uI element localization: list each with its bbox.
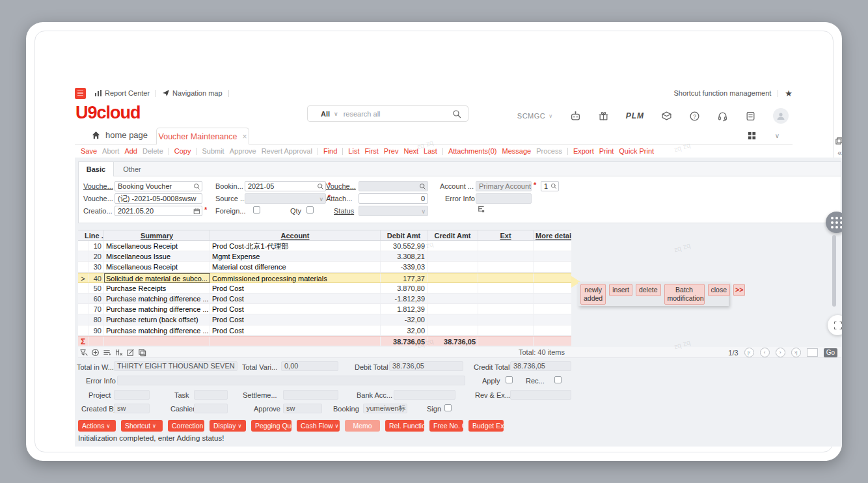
- search-icon[interactable]: [193, 183, 200, 190]
- search-scope-dropdown[interactable]: All: [321, 110, 330, 118]
- robot-assistant-icon[interactable]: [570, 111, 581, 122]
- correction-button[interactable]: Correction: [168, 420, 204, 432]
- navigation-map-link[interactable]: Navigation map: [162, 89, 222, 97]
- global-search-bar[interactable]: All ∨ research all: [307, 105, 468, 122]
- first-button[interactable]: First: [364, 147, 378, 155]
- grid-row-50[interactable]: 50 Purchase Receipts Prod Cost 3.870,80: [78, 283, 571, 294]
- chevron-down-icon[interactable]: ∨: [775, 132, 780, 139]
- actions-button[interactable]: Actions∨: [78, 420, 116, 432]
- display-button[interactable]: Display∨: [210, 420, 246, 432]
- free-no-query-button[interactable]: Free No. Qu: [429, 420, 463, 432]
- rel-function-button[interactable]: Rel. Function: [385, 420, 424, 432]
- add-row-icon[interactable]: [91, 348, 100, 357]
- attachments-button[interactable]: Attachments(0): [448, 147, 497, 155]
- foreign-currency-checkbox[interactable]: [253, 206, 260, 214]
- grid-row-80[interactable]: 80 Purchase return (back offset) Prod Co…: [78, 314, 571, 325]
- account-number-field[interactable]: 1: [541, 181, 559, 191]
- next-button[interactable]: Next: [403, 147, 418, 155]
- go-button[interactable]: Go: [824, 348, 837, 357]
- creation-date-field[interactable]: 2021.05.20: [115, 206, 202, 216]
- delete-row-button[interactable]: delete: [636, 284, 661, 296]
- first-page-button[interactable]: |‹: [744, 348, 754, 357]
- attach-field[interactable]: 0: [359, 193, 428, 204]
- submit-button[interactable]: Submit: [202, 147, 224, 155]
- grid-row-20[interactable]: 20 Miscellaneous Issue Mgmt Expense 3.30…: [78, 251, 571, 262]
- workspace-selector[interactable]: SCMGC ∨: [517, 112, 553, 120]
- more-actions-button[interactable]: >>: [733, 284, 745, 296]
- tab-voucher-maintenance[interactable]: Voucher Maintenance ×: [156, 128, 249, 145]
- col-header-account[interactable]: Account: [210, 230, 381, 240]
- grid-row-90[interactable]: 90 Purchase matching difference ... Prod…: [78, 325, 571, 336]
- qty-checkbox[interactable]: [306, 206, 314, 214]
- collapse-panel-icon[interactable]: «: [837, 148, 842, 158]
- cash-flow-button[interactable]: Cash Flow∨: [297, 420, 340, 432]
- search-icon[interactable]: [550, 183, 557, 189]
- status-label[interactable]: Status: [334, 207, 354, 215]
- gift-box-icon[interactable]: [598, 111, 609, 122]
- focused-summary-cell[interactable]: Solicitud de material de subco...: [104, 273, 210, 283]
- grid-layout-icon[interactable]: [747, 131, 757, 141]
- col-header-ext[interactable]: Ext: [478, 230, 534, 240]
- prev-page-button[interactable]: ‹: [760, 348, 770, 357]
- tab-basic[interactable]: Basic: [79, 162, 114, 176]
- insert-button[interactable]: insert: [609, 284, 632, 296]
- save-button[interactable]: Save: [81, 147, 97, 155]
- close-tab-icon[interactable]: ×: [242, 132, 247, 141]
- fullscreen-scan-button[interactable]: [828, 315, 842, 335]
- booking-period-field[interactable]: 2021-05: [245, 181, 326, 191]
- search-icon[interactable]: [317, 183, 324, 190]
- col-header-debit[interactable]: Debit Amt: [381, 230, 427, 240]
- grid-row-30[interactable]: 30 Miscellaneous Receipt Material cost d…: [78, 262, 571, 272]
- search-input[interactable]: research all: [344, 110, 381, 118]
- print-button[interactable]: Print: [599, 147, 614, 155]
- search-icon[interactable]: [452, 109, 461, 118]
- filter-icon[interactable]: [79, 348, 88, 357]
- list-button[interactable]: List: [348, 147, 359, 155]
- calendar-icon[interactable]: [193, 208, 200, 215]
- add-button[interactable]: Add: [124, 147, 137, 155]
- box-3d-icon[interactable]: [661, 111, 672, 122]
- message-button[interactable]: Message: [502, 147, 532, 155]
- pegging-query-button[interactable]: Pegging Query: [251, 420, 292, 432]
- col-header-summary[interactable]: Summary: [104, 230, 210, 240]
- restore-panel-icon[interactable]: [835, 137, 842, 145]
- grid-row-10[interactable]: 10 Miscellaneous Receipt Prod Cost-北京1-代…: [78, 241, 571, 251]
- delete-button[interactable]: Delete: [142, 147, 163, 155]
- rec-checkbox[interactable]: [554, 376, 562, 383]
- shortcut-function-management-link[interactable]: Shortcut function management: [674, 89, 772, 97]
- budget-exec-button[interactable]: Budget Exec: [468, 420, 504, 432]
- voucher-type-field[interactable]: Booking Voucher: [115, 181, 202, 191]
- plm-logo[interactable]: PLM: [626, 111, 644, 120]
- close-popup-button[interactable]: close: [708, 284, 731, 296]
- vertical-scrollbar[interactable]: [832, 235, 836, 307]
- last-page-button[interactable]: ›|: [791, 348, 801, 357]
- tab-other[interactable]: Other: [114, 162, 150, 176]
- favorite-star-icon[interactable]: ★: [785, 89, 793, 98]
- edit-icon[interactable]: [126, 348, 135, 357]
- voucher-ref-label[interactable]: Vouche...: [326, 182, 356, 190]
- tab-home-page[interactable]: home page: [91, 130, 148, 140]
- newly-added-button[interactable]: newly added: [580, 284, 606, 305]
- headset-icon[interactable]: [717, 111, 728, 122]
- user-avatar[interactable]: [773, 108, 789, 124]
- help-icon[interactable]: ?: [689, 111, 700, 122]
- voucher-type-label[interactable]: Vouche...: [83, 182, 113, 190]
- col-header-credit[interactable]: Credit Amt: [427, 230, 478, 240]
- grid-row-70[interactable]: 70 Purchase matching difference ... Prod…: [78, 304, 571, 314]
- export-button[interactable]: Export: [573, 147, 594, 155]
- approve-button[interactable]: Approve: [230, 147, 256, 155]
- col-header-line[interactable]: Line ...: [78, 230, 104, 240]
- grid-row-60[interactable]: 60 Purchase matching difference ... Prod…: [78, 294, 571, 304]
- voucher-no-field[interactable]: (记) -2021-05-0008swsw: [115, 193, 202, 204]
- abort-button[interactable]: Abort: [102, 147, 119, 155]
- tree-view-icon[interactable]: [477, 205, 485, 214]
- report-center-link[interactable]: Report Center: [94, 89, 150, 97]
- shortcut-button[interactable]: Shortcut∨: [121, 420, 163, 432]
- clipboard-notes-icon[interactable]: [745, 111, 756, 122]
- prev-button[interactable]: Prev: [384, 147, 399, 155]
- quick-launch-dots-button[interactable]: [826, 212, 842, 233]
- last-button[interactable]: Last: [424, 147, 437, 155]
- menu-hamburger-button[interactable]: [75, 88, 86, 99]
- copy-rows-icon[interactable]: [138, 348, 146, 357]
- revert-approval-button[interactable]: Revert Approval: [262, 147, 312, 155]
